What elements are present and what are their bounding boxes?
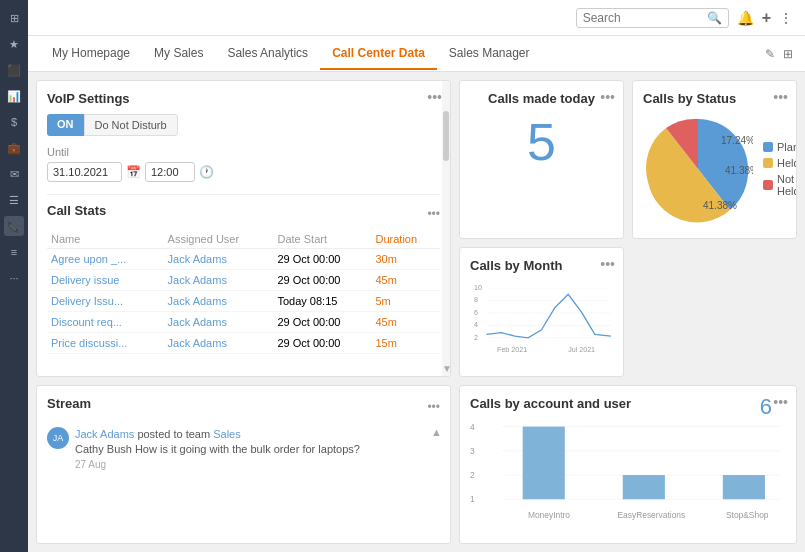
toggle-dnd-button[interactable]: Do Not Disturb (84, 114, 178, 136)
col-duration: Duration (372, 230, 441, 249)
sidebar-icon-star[interactable]: ★ (4, 34, 24, 54)
date-input[interactable] (47, 162, 122, 182)
sidebar-icon-calendar[interactable]: ☰ (4, 190, 24, 210)
x-easyreservations: EasyReservations (617, 510, 685, 520)
stream-title: Stream (47, 396, 91, 411)
until-label: Until (47, 146, 440, 158)
sidebar-icon-grid[interactable]: ⊞ (4, 8, 24, 28)
calls-month-menu[interactable]: ••• (600, 256, 615, 272)
sidebar-icon-tag[interactable]: ⬛ (4, 60, 24, 80)
svg-text:17.24%: 17.24% (721, 135, 753, 146)
stream-avatar: JA (47, 427, 69, 449)
scroll-down-arrow[interactable]: ▼ (442, 363, 450, 374)
call-assigned[interactable]: Jack Adams (164, 291, 274, 312)
voip-menu[interactable]: ••• (427, 89, 442, 105)
legend-label-not-held: Not Held (777, 173, 797, 197)
stream-date: 27 Aug (75, 459, 360, 470)
table-row: Delivery issue Jack Adams 29 Oct 00:00 4… (47, 270, 440, 291)
add-icon[interactable]: + (762, 9, 771, 27)
stream-message: Cathy Bush How is it going with the bulk… (75, 442, 360, 457)
notification-icon[interactable]: 🔔 (737, 10, 754, 26)
more-options-icon[interactable]: ⋮ (779, 10, 793, 26)
y-label-8: 8 (474, 297, 478, 305)
line-chart-svg: 10 8 6 4 2 Feb 2021 Jul 2021 (470, 281, 613, 361)
call-stats-table: Name Assigned User Date Start Duration A… (47, 230, 440, 354)
x-moneyintro: MoneyIntro (528, 510, 570, 520)
calls-month-card: Calls by Month ••• 10 8 6 4 2 (459, 247, 624, 376)
call-assigned[interactable]: Jack Adams (164, 312, 274, 333)
call-date: 29 Oct 00:00 (273, 249, 371, 270)
time-input[interactable] (145, 162, 195, 182)
calls-month-title: Calls by Month (470, 258, 613, 273)
calls-account-title: Calls by account and user (470, 396, 786, 411)
legend-label-planned: Planned (777, 141, 797, 153)
y-4: 4 (470, 421, 475, 431)
legend-dot-planned (763, 142, 773, 152)
bar-chart-svg: 4 3 2 1 MoneyIntro EasyReservations Stop… (470, 419, 786, 529)
sidebar-icon-more[interactable]: ··· (4, 268, 24, 288)
toggle-on-button[interactable]: ON (47, 114, 84, 136)
stream-author[interactable]: Jack Adams (75, 428, 134, 440)
call-name[interactable]: Discount req... (47, 312, 164, 333)
callstats-menu[interactable]: ••• (427, 207, 440, 221)
tab-call-center-data[interactable]: Call Center Data (320, 38, 437, 70)
callstats-section: Call Stats ••• Name Assigned User Date S… (47, 194, 440, 366)
legend-label-held: Held (777, 157, 797, 169)
search-input[interactable] (583, 11, 703, 25)
stream-text: Jack Adams posted to team Sales (75, 427, 360, 442)
clock-icon[interactable]: 🕐 (199, 165, 214, 179)
legend-not-held: Not Held (763, 173, 797, 197)
add-tab-icon[interactable]: ⊞ (783, 47, 793, 61)
main-content: 🔍 🔔 + ⋮ My Homepage My Sales Sales Analy… (28, 0, 805, 552)
svg-text:41.38%: 41.38% (703, 200, 737, 211)
call-name[interactable]: Price discussi... (47, 333, 164, 354)
calls-today-title: Calls made today (470, 91, 613, 106)
calls-status-menu[interactable]: ••• (773, 89, 788, 105)
call-assigned[interactable]: Jack Adams (164, 333, 274, 354)
y-1: 1 (470, 494, 475, 504)
calendar-icon[interactable]: 📅 (126, 165, 141, 179)
search-icon: 🔍 (707, 11, 722, 25)
edit-icon[interactable]: ✎ (765, 47, 775, 61)
y-label-6: 6 (474, 309, 478, 317)
sidebar-icon-dollar[interactable]: $ (4, 112, 24, 132)
call-assigned[interactable]: Jack Adams (164, 270, 274, 291)
sidebar-icon-phone[interactable]: 📞 (4, 216, 24, 236)
stream-content: Jack Adams posted to team Sales Cathy Bu… (75, 427, 360, 471)
sidebar-icon-email[interactable]: ✉ (4, 164, 24, 184)
line-chart: 10 8 6 4 2 Feb 2021 Jul 2021 (470, 281, 613, 361)
stream-team[interactable]: Sales (213, 428, 241, 440)
dashboard: VoIP Settings ••• ▼ ON Do Not Disturb Un… (28, 72, 805, 552)
bar-chart: 4 3 2 1 MoneyIntro EasyReservations Stop… (470, 419, 786, 529)
scroll-track: ▼ (442, 81, 450, 376)
table-row: Delivery Issu... Jack Adams Today 08:15 … (47, 291, 440, 312)
tab-sales-manager[interactable]: Sales Manager (437, 38, 542, 70)
line-path (486, 295, 610, 339)
call-name[interactable]: Delivery Issu... (47, 291, 164, 312)
nav-tabs: My Homepage My Sales Sales Analytics Cal… (28, 36, 805, 72)
sidebar-icon-list[interactable]: ≡ (4, 242, 24, 262)
calls-account-menu[interactable]: ••• (773, 394, 788, 410)
y-label-4: 4 (474, 322, 478, 330)
calls-account-card: Calls by account and user ••• 6 4 3 2 1 (459, 385, 797, 544)
calls-today-menu[interactable]: ••• (600, 89, 615, 105)
stream-menu[interactable]: ••• (427, 400, 440, 414)
call-date: Today 08:15 (273, 291, 371, 312)
call-name[interactable]: Delivery issue (47, 270, 164, 291)
table-row: Price discussi... Jack Adams 29 Oct 00:0… (47, 333, 440, 354)
call-assigned[interactable]: Jack Adams (164, 249, 274, 270)
voip-toggle: ON Do Not Disturb (47, 114, 440, 136)
sidebar-icon-briefcase[interactable]: 💼 (4, 138, 24, 158)
sidebar-icon-chart[interactable]: 📊 (4, 86, 24, 106)
legend: Planned Held Not Held (763, 141, 797, 197)
tab-my-homepage[interactable]: My Homepage (40, 38, 142, 70)
y-3: 3 (470, 446, 475, 456)
tab-sales-analytics[interactable]: Sales Analytics (215, 38, 320, 70)
tab-my-sales[interactable]: My Sales (142, 38, 215, 70)
call-duration: 45m (372, 270, 441, 291)
search-box[interactable]: 🔍 (576, 8, 729, 28)
calls-today-number: 5 (470, 116, 613, 168)
table-row: Agree upon _... Jack Adams 29 Oct 00:00 … (47, 249, 440, 270)
call-name[interactable]: Agree upon _... (47, 249, 164, 270)
stream-collapse-icon[interactable]: ▲ (431, 426, 442, 438)
